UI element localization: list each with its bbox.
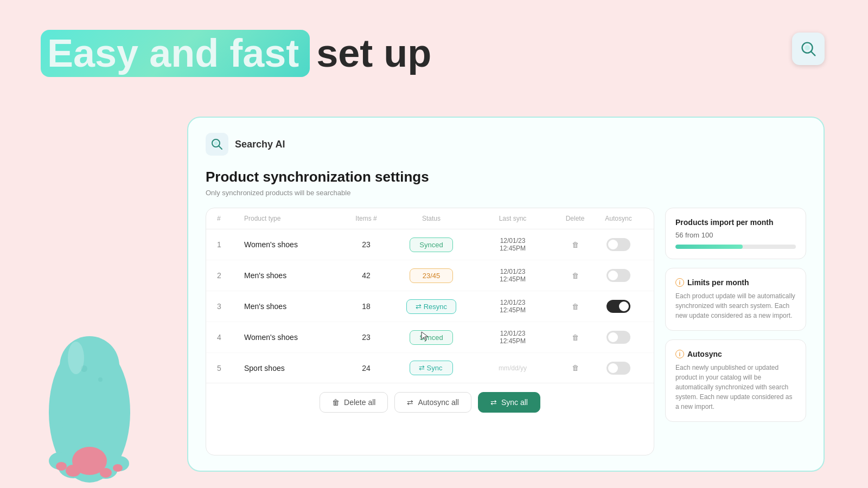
status-badge-synced: Synced — [410, 237, 453, 252]
row-items-count: 18 — [339, 302, 393, 311]
autosync-toggle[interactable] — [607, 331, 630, 344]
autosync-toggle[interactable] — [607, 238, 630, 251]
svg-point-19 — [214, 142, 218, 145]
table-row: 2 Men's shoes 42 23/45 12/01/2312:45PM 🗑 — [206, 260, 654, 291]
col-status: Status — [393, 215, 469, 222]
svg-point-9 — [66, 465, 81, 477]
row-items-count: 23 — [339, 240, 393, 249]
limits-card: i Limits per month Each product update w… — [665, 268, 806, 331]
row-autosync — [594, 238, 643, 251]
row-last-sync: 12/01/2312:45PM — [469, 330, 556, 345]
row-num: 1 — [217, 240, 244, 249]
delete-row-button[interactable]: 🗑 — [570, 331, 581, 344]
info-icon: i — [675, 278, 684, 287]
row-status: Synced — [393, 237, 469, 252]
progress-bar-background — [675, 245, 796, 249]
row-num: 2 — [217, 271, 244, 280]
row-last-sync: 12/01/2312:45PM — [469, 268, 556, 283]
col-autosync: Autosync — [594, 215, 643, 222]
right-sidebar: Products import per month 56 from 100 i … — [665, 208, 806, 455]
row-status: 23/45 — [393, 268, 469, 283]
main-card: Searchy AI Product synchronization setti… — [187, 117, 825, 472]
page-header: Easy and fast set up — [41, 30, 431, 77]
delete-row-button[interactable]: 🗑 — [570, 362, 581, 374]
card-app-icon — [206, 133, 228, 156]
delete-all-button[interactable]: 🗑 Delete all — [320, 392, 388, 413]
autosync-all-label: Autosync all — [418, 398, 458, 407]
row-delete: 🗑 — [556, 269, 594, 282]
row-delete: 🗑 — [556, 362, 594, 374]
table-row: 1 Women's shoes 23 Synced 12/01/2312:45P… — [206, 229, 654, 260]
page-title: Product synchronization settings — [206, 169, 806, 185]
row-num: 4 — [217, 333, 244, 342]
table-footer: 🗑 Delete all ⇄ Autosync all ⇄ Sync all — [206, 383, 654, 421]
row-last-sync: 12/01/2312:45PM — [469, 237, 556, 252]
col-items: Items # — [339, 215, 393, 222]
table-row: 3 Men's shoes 18 ⇄ Resync 12/01/2312:45P… — [206, 291, 654, 322]
page-subtitle: Only synchronized products will be searc… — [206, 189, 806, 197]
limits-desc: Each product update will be automaticall… — [675, 291, 796, 320]
limits-title: i Limits per month — [675, 278, 796, 287]
headline-highlight: Easy and fast — [41, 30, 310, 77]
col-delete: Delete — [556, 215, 594, 222]
table-row: 4 Women's shoes 23 Synced 12/01/2312:45P… — [206, 322, 654, 353]
sync-all-label: Sync all — [501, 398, 528, 407]
col-product-type: Product type — [244, 215, 339, 222]
row-items-count: 24 — [339, 364, 393, 373]
headline-normal: set up — [316, 32, 431, 75]
svg-line-1 — [811, 52, 815, 56]
import-title: Products import per month — [675, 218, 796, 227]
row-num: 5 — [217, 364, 244, 373]
svg-line-18 — [219, 146, 222, 149]
autosync-toggle[interactable] — [607, 362, 630, 375]
sync-all-icon: ⇄ — [490, 398, 497, 407]
autosync-desc: Each newly unpublished or updated produc… — [675, 363, 796, 412]
col-num: # — [217, 215, 244, 222]
cat-paw-illustration — [30, 249, 149, 488]
sync-all-button[interactable]: ⇄ Sync all — [478, 392, 540, 413]
delete-row-button[interactable]: 🗑 — [570, 269, 581, 282]
row-status: ⇄ Resync — [393, 299, 469, 314]
autosync-title-text: Autosync — [687, 350, 722, 358]
row-autosync — [594, 269, 643, 282]
import-card: Products import per month 56 from 100 — [665, 208, 806, 259]
svg-point-10 — [100, 468, 112, 478]
autosync-info-icon: i — [675, 350, 684, 358]
progress-bar-fill — [675, 245, 743, 249]
trash-icon: 🗑 — [332, 398, 340, 407]
row-status: Synced — [393, 330, 469, 345]
row-delete: 🗑 — [556, 239, 594, 251]
row-product-name: Women's shoes — [244, 333, 339, 342]
row-autosync — [594, 362, 643, 375]
row-items-count: 23 — [339, 333, 393, 342]
delete-row-button[interactable]: 🗑 — [570, 239, 581, 251]
headline: Easy and fast set up — [41, 30, 431, 77]
row-delete: 🗑 — [556, 331, 594, 344]
autosync-toggle[interactable] — [607, 300, 630, 313]
app-icon-corner — [792, 33, 825, 65]
row-autosync — [594, 300, 643, 313]
svg-point-11 — [56, 462, 67, 471]
delete-row-button[interactable]: 🗑 — [570, 300, 581, 313]
col-last-sync: Last sync — [469, 215, 556, 222]
import-count: 56 from 100 — [675, 231, 796, 239]
status-badge-synced: Synced — [410, 330, 453, 345]
row-last-sync: 12/01/2312:45PM — [469, 299, 556, 314]
row-num: 3 — [217, 302, 244, 311]
table-header: # Product type Items # Status Last sync … — [206, 208, 654, 229]
products-table: # Product type Items # Status Last sync … — [206, 208, 654, 455]
row-product-name: Women's shoes — [244, 240, 339, 249]
resync-button[interactable]: ⇄ Resync — [406, 299, 456, 314]
row-status: ⇄ Sync — [393, 361, 469, 375]
app-name: Searchy AI — [235, 139, 285, 150]
svg-point-12 — [113, 464, 123, 472]
svg-point-2 — [805, 45, 810, 50]
autosync-icon: ⇄ — [407, 398, 413, 407]
autosync-title: i Autosync — [675, 350, 796, 358]
row-product-name: Men's shoes — [244, 302, 339, 311]
autosync-all-button[interactable]: ⇄ Autosync all — [394, 392, 471, 413]
row-product-name: Men's shoes — [244, 271, 339, 280]
autosync-toggle[interactable] — [607, 269, 630, 282]
svg-point-16 — [68, 342, 84, 374]
sync-button[interactable]: ⇄ Sync — [410, 361, 453, 375]
